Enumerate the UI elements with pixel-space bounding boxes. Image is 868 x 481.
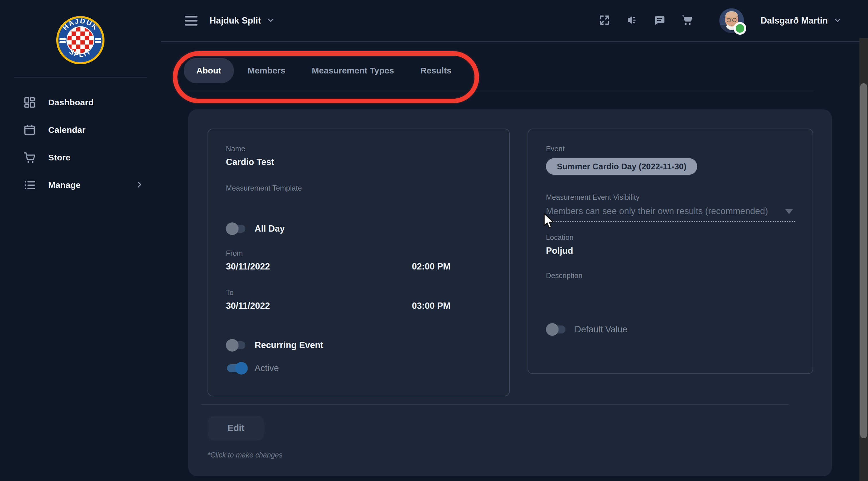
sidebar-divider: [14, 77, 147, 78]
sidebar-nav: Dashboard Calendar: [0, 89, 161, 199]
club-logo[interactable]: HAJDUK SPLIT: [0, 16, 161, 64]
manage-icon: [23, 179, 36, 192]
from-label: From: [226, 249, 491, 257]
event-details-card: Name Cardio Test Measurement Template Al…: [208, 129, 510, 396]
active-label: Active: [255, 363, 279, 373]
visibility-select[interactable]: Members can see only their own results (…: [546, 206, 795, 222]
default-value-toggle[interactable]: [546, 323, 568, 336]
tabs: About Members Measurement Types Results: [184, 58, 464, 83]
event-meta-card: Event Summer Cardio Day (2022-11-30) Mea…: [528, 129, 813, 374]
visibility-label: Measurement Event Visibility: [546, 193, 795, 201]
megaphone-icon: [626, 14, 639, 28]
active-toggle[interactable]: [226, 362, 248, 375]
about-panel: Name Cardio Test Measurement Template Al…: [188, 109, 832, 476]
scrollbar-thumb[interactable]: [860, 83, 867, 438]
hajduk-split-logo-icon: HAJDUK SPLIT: [56, 16, 104, 64]
user-avatar[interactable]: [719, 8, 744, 33]
topbar: Hajduk Split: [161, 0, 868, 42]
tab-about[interactable]: About: [184, 58, 234, 83]
chevron-right-icon: [135, 180, 144, 190]
event-chip[interactable]: Summer Cardio Day (2022-11-30): [546, 158, 697, 175]
store-cart-button[interactable]: [677, 10, 698, 31]
to-date[interactable]: 30/11/2022: [226, 301, 412, 311]
scrollbar-track[interactable]: [859, 38, 868, 481]
active-row: Active: [226, 362, 491, 375]
sidebar-item-label: Store: [48, 153, 71, 162]
user-menu[interactable]: Dalsgarð Martin: [761, 15, 842, 26]
to-label: To: [226, 288, 491, 297]
all-day-row: All Day: [226, 222, 491, 235]
all-day-toggle[interactable]: [226, 222, 248, 235]
location-value[interactable]: Poljud: [546, 246, 795, 256]
name-value[interactable]: Cardio Test: [226, 157, 491, 167]
edit-button[interactable]: Edit: [208, 416, 265, 441]
tab-members[interactable]: Members: [235, 58, 298, 83]
recurring-event-row: Recurring Event: [226, 339, 491, 352]
description-label: Description: [546, 271, 795, 280]
fullscreen-button[interactable]: [594, 10, 615, 31]
dropdown-arrow-icon: [785, 209, 793, 214]
chevron-down-icon: [266, 15, 275, 26]
sidebar-item-store[interactable]: Store: [0, 144, 161, 171]
default-value-label: Default Value: [575, 324, 627, 334]
sidebar-item-label: Manage: [48, 180, 81, 190]
panel-divider: [201, 405, 789, 405]
all-day-label: All Day: [255, 224, 285, 234]
main-content: About Members Measurement Types Results …: [161, 42, 859, 481]
team-selector[interactable]: Hajduk Split: [210, 15, 275, 26]
sidebar-item-calendar[interactable]: Calendar: [0, 116, 161, 144]
tab-measurement-types[interactable]: Measurement Types: [299, 58, 406, 83]
announcements-button[interactable]: [622, 10, 642, 31]
sidebar-item-label: Dashboard: [48, 98, 94, 107]
to-time[interactable]: 03:00 PM: [412, 301, 491, 311]
recurring-event-toggle[interactable]: [226, 339, 248, 352]
sidebar: HAJDUK SPLIT Dashb: [0, 0, 161, 481]
chat-icon: [654, 14, 665, 27]
sidebar-item-label: Calendar: [48, 125, 86, 135]
edit-footnote: *Click to make changes: [208, 451, 282, 459]
from-time[interactable]: 02:00 PM: [412, 261, 491, 272]
recurring-event-label: Recurring Event: [255, 340, 323, 350]
app-root: HAJDUK SPLIT Dashb: [0, 0, 868, 481]
name-label: Name: [226, 145, 491, 153]
online-status-indicator: [734, 22, 746, 35]
sidebar-item-dashboard[interactable]: Dashboard: [0, 89, 161, 116]
from-date[interactable]: 30/11/2022: [226, 261, 412, 272]
tab-results[interactable]: Results: [408, 58, 464, 83]
menu-toggle-button[interactable]: [185, 16, 197, 26]
sidebar-item-manage[interactable]: Manage: [0, 171, 161, 199]
fullscreen-icon: [598, 14, 611, 27]
topbar-actions: [594, 10, 698, 31]
tabs-divider: [184, 91, 813, 91]
chevron-down-icon: [833, 15, 842, 26]
store-icon: [23, 151, 36, 164]
calendar-icon: [23, 123, 36, 137]
measurement-template-label: Measurement Template: [226, 184, 491, 192]
dashboard-icon: [23, 96, 36, 109]
team-name: Hajduk Split: [210, 15, 261, 26]
user-name: Dalsgarð Martin: [761, 15, 828, 26]
location-label: Location: [546, 233, 795, 242]
event-label: Event: [546, 145, 795, 153]
messages-button[interactable]: [649, 10, 670, 31]
from-row: 30/11/2022 02:00 PM: [226, 257, 491, 272]
default-value-row: Default Value: [546, 323, 795, 336]
cart-icon: [681, 14, 693, 28]
to-row: 30/11/2022 03:00 PM: [226, 297, 491, 311]
visibility-value: Members can see only their own results (…: [546, 206, 795, 216]
